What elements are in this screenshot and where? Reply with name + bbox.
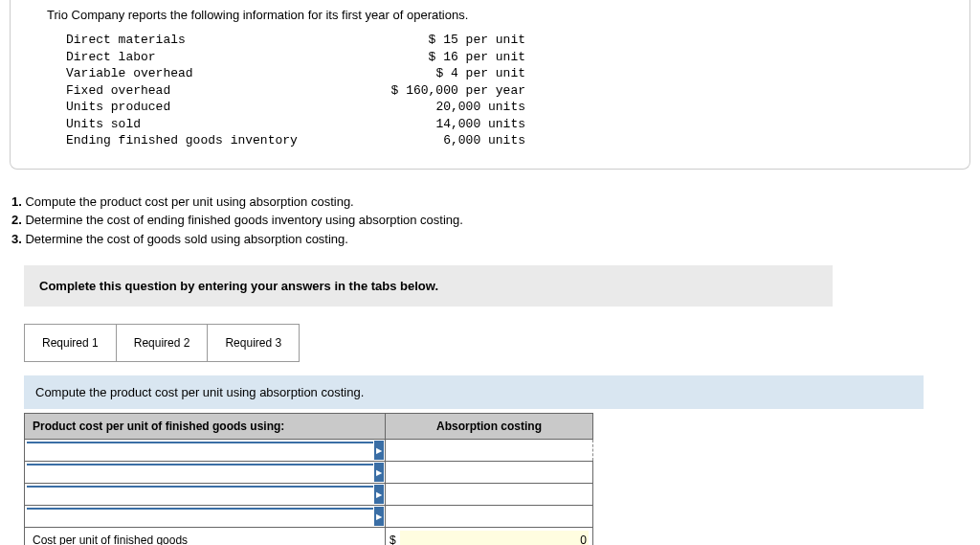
question-1: 1. Compute the product cost per unit usi…: [11, 193, 980, 212]
info-row: Ending finished goods inventory 6,000 un…: [66, 132, 933, 149]
chevron-down-icon[interactable]: ▶: [374, 485, 384, 504]
col-header-right: Absorption costing: [386, 414, 593, 440]
info-row: Direct labor $ 16 per unit: [66, 49, 933, 66]
info-label: Fixed overhead: [66, 82, 372, 100]
footer-value-cell[interactable]: $: [386, 528, 593, 545]
question-text: Determine the cost of ending finished go…: [25, 213, 462, 227]
question-2: 2. Determine the cost of ending finished…: [11, 211, 980, 230]
info-label: Variable overhead: [66, 65, 372, 82]
tab-required-2[interactable]: Required 2: [116, 324, 209, 362]
cost-item-cell[interactable]: ▶: [25, 440, 386, 462]
cost-item-cell[interactable]: ▶: [25, 462, 386, 484]
chevron-down-icon[interactable]: ▶: [374, 463, 384, 482]
cost-item-cell[interactable]: ▶: [25, 506, 386, 528]
value-input[interactable]: [390, 507, 589, 526]
tab-required-1[interactable]: Required 1: [24, 324, 117, 362]
cost-value-cell[interactable]: [386, 462, 593, 484]
info-row: Units sold 14,000 units: [66, 116, 933, 133]
footer-label: Cost per unit of finished goods: [25, 528, 386, 545]
info-label: Units produced: [66, 99, 372, 116]
info-value: $ 16 per unit: [372, 49, 525, 66]
question-text: Determine the cost of goods sold using a…: [25, 232, 347, 246]
info-label: Direct materials: [66, 32, 372, 49]
info-value: 14,000 units: [372, 116, 525, 133]
info-row: Units produced 20,000 units: [66, 99, 933, 116]
currency-symbol: $: [390, 534, 396, 545]
info-row: Variable overhead $ 4 per unit: [66, 65, 933, 82]
info-label: Ending finished goods inventory: [66, 132, 372, 149]
value-input[interactable]: [390, 463, 589, 482]
chevron-down-icon[interactable]: ▶: [374, 507, 384, 526]
answer-section: Complete this question by entering your …: [10, 265, 970, 545]
value-input[interactable]: [390, 485, 589, 504]
col-header-left: Product cost per unit of finished goods …: [25, 414, 386, 440]
info-value: 20,000 units: [372, 99, 525, 116]
question-text: Compute the product cost per unit using …: [25, 194, 353, 209]
problem-card: Trio Company reports the following infor…: [10, 0, 970, 170]
cost-item-cell[interactable]: ▶: [25, 484, 386, 506]
question-list: 1. Compute the product cost per unit usi…: [11, 193, 980, 249]
info-value: $ 15 per unit: [372, 32, 525, 49]
info-value: $ 160,000 per year: [372, 82, 525, 100]
answer-table: Product cost per unit of finished goods …: [24, 413, 593, 545]
info-block: Direct materials $ 15 per unit Direct la…: [66, 32, 933, 149]
info-row: Fixed overhead $ 160,000 per year: [66, 82, 933, 100]
info-row: Direct materials $ 15 per unit: [66, 32, 933, 49]
tab-required-3[interactable]: Required 3: [207, 324, 300, 362]
info-value: $ 4 per unit: [372, 65, 525, 82]
info-label: Units sold: [66, 116, 372, 133]
cost-value-cell[interactable]: [386, 484, 593, 506]
cost-value-cell[interactable]: [386, 440, 593, 462]
tab-bar: Required 1 Required 2 Required 3: [24, 324, 970, 362]
info-value: 6,000 units: [372, 132, 525, 149]
cost-value-cell[interactable]: [386, 506, 593, 528]
total-input[interactable]: [400, 531, 589, 545]
info-label: Direct labor: [66, 49, 372, 66]
value-input[interactable]: [390, 441, 589, 460]
problem-intro: Trio Company reports the following infor…: [47, 8, 933, 22]
sub-prompt-banner: Compute the product cost per unit using …: [24, 375, 924, 409]
question-3: 3. Determine the cost of goods sold usin…: [11, 230, 980, 249]
prompt-banner: Complete this question by entering your …: [24, 265, 833, 307]
chevron-down-icon[interactable]: ▶: [374, 441, 384, 460]
